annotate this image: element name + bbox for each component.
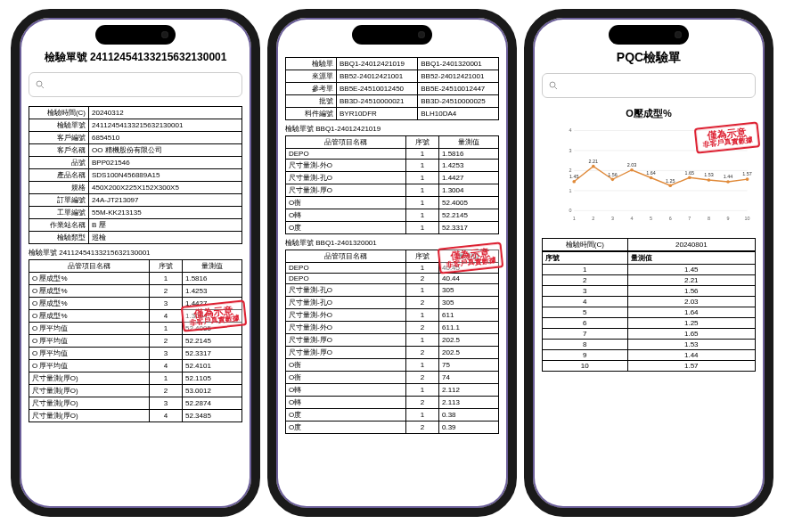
column-header: 序號 (543, 252, 628, 265)
table-row[interactable]: 檢驗單號24112454133215632130001 (29, 119, 242, 132)
table-row[interactable]: 規格450X200X225X152X300X5 (29, 182, 242, 194)
table-row[interactable]: DEPO11.5816 (286, 149, 499, 160)
table-row[interactable]: O衡175 (286, 359, 499, 372)
device-notch (352, 25, 432, 45)
table-row[interactable]: 檢驗單BBQ1-24012421019BBQ1-2401320001 (286, 58, 499, 70)
table-row[interactable]: 尺寸量測-厚O1202.5 (286, 334, 499, 347)
table-row[interactable]: DEPO240.44 (286, 274, 499, 284)
svg-point-34 (668, 184, 672, 187)
search-icon (548, 80, 559, 91)
table-row[interactable]: 尺寸量測-外O1611 (286, 309, 499, 322)
table-row[interactable]: 31.56 (543, 286, 756, 297)
table-row[interactable]: O轉22.113 (286, 397, 499, 409)
column-header: 量測值 (627, 252, 755, 265)
table-row[interactable]: O轉152.2145 (286, 209, 499, 222)
table-row[interactable]: 71.65 (543, 329, 756, 340)
svg-text:2.21: 2.21 (589, 159, 598, 164)
phone-1: 檢驗單號 24112454133215632130001 檢驗時間(C)2024… (11, 9, 260, 517)
table-row[interactable]: 客戶名稱OO 精機股份有限公司 (29, 144, 242, 157)
svg-point-42 (746, 177, 749, 181)
table-row[interactable]: O 厚平均值452.4101 (29, 360, 242, 372)
table-row[interactable]: O 壓成型%21.4253 (29, 285, 242, 298)
table-row[interactable]: O轉12.112 (286, 384, 499, 397)
table-row[interactable]: 批號BB3D-24510000021BB3D-24510000025 (286, 95, 499, 108)
table-row[interactable]: O 厚平均值252.2145 (29, 335, 242, 348)
measurement-table: 品管項目名稱序號量測值O 壓成型%11.5816O 壓成型%21.4253O 壓… (29, 259, 242, 422)
column-header: 量測值 (183, 260, 242, 273)
table-row[interactable]: 尺寸量測(厚O)352.2874 (29, 397, 242, 410)
table-row[interactable]: O衡274 (286, 372, 499, 384)
table-row[interactable]: 尺寸量測-孔O2305 (286, 297, 499, 309)
svg-text:1.57: 1.57 (742, 171, 751, 176)
device-notch (95, 25, 176, 45)
column-header: 品管項目名稱 (286, 136, 406, 149)
table-row[interactable]: 來源單BB52-24012421001BB52-24012421001 (286, 70, 499, 83)
search-input[interactable] (542, 73, 756, 98)
table-row[interactable]: O度20.39 (286, 422, 499, 434)
table-row[interactable]: 尺寸量測-孔O1305 (286, 284, 499, 297)
svg-text:1: 1 (569, 188, 571, 193)
table-row[interactable]: 51.64 (543, 307, 756, 318)
svg-point-38 (708, 178, 711, 182)
svg-text:2: 2 (569, 168, 571, 173)
search-icon (35, 79, 45, 90)
svg-text:2.03: 2.03 (627, 162, 636, 168)
table-row[interactable]: 訂單編號24A-JT213097 (29, 194, 242, 207)
info-table: 檢驗時間(C)20240312檢驗單號241124541332156321300… (29, 106, 242, 244)
table-row[interactable]: 尺寸量測-厚O11.3004 (286, 184, 499, 197)
svg-text:10: 10 (745, 216, 750, 221)
table-row[interactable]: 11.45 (543, 265, 756, 275)
table-row[interactable]: 22.21 (543, 275, 756, 286)
column-header: 量測值 (439, 136, 499, 149)
table-row[interactable]: 參考單BB5E-24510012450BB5E-24510012447 (286, 83, 499, 95)
svg-text:3: 3 (569, 148, 571, 153)
page-title: 檢驗單號 24112454133215632130001 (29, 50, 242, 65)
svg-line-3 (555, 87, 558, 90)
table-row[interactable]: 42.03 (543, 297, 756, 307)
table-row[interactable]: 尺寸量測-孔O11.4427 (286, 172, 499, 184)
table-row[interactable]: 91.44 (543, 350, 756, 361)
search-input[interactable] (29, 72, 242, 97)
table-row[interactable]: 料件編號BYR10DFRBLH10DA4 (286, 108, 499, 120)
svg-text:1.64: 1.64 (646, 170, 655, 176)
table-row[interactable]: 產品名稱SDS100N456889A15 (29, 169, 242, 182)
header-pair-table: 檢驗單BBQ1-24012421019BBQ1-2401320001來源單BB5… (285, 57, 499, 120)
table-row[interactable]: 品號BPP021546 (29, 157, 242, 169)
table-row[interactable]: 尺寸量測-厚O2202.5 (286, 347, 499, 359)
table-row[interactable]: 尺寸量測(厚O)152.1105 (29, 372, 242, 385)
table-row[interactable]: O 壓成型%11.5816 (29, 273, 242, 285)
table-row[interactable]: 101.57 (543, 361, 756, 372)
svg-text:5: 5 (650, 216, 652, 221)
svg-text:6: 6 (669, 216, 672, 221)
table-row[interactable]: 81.53 (543, 340, 756, 350)
table-row[interactable]: 尺寸量測-外O11.4253 (286, 160, 499, 172)
table-row[interactable]: O度10.38 (286, 409, 499, 422)
svg-text:1.56: 1.56 (608, 172, 617, 177)
phone-2: 檢驗單BBQ1-24012421019BBQ1-2401320001來源單BB5… (267, 9, 517, 517)
table-row[interactable]: 尺寸量測-外O2611.1 (286, 322, 499, 334)
svg-point-36 (688, 176, 692, 179)
table-row[interactable]: O衡152.4005 (286, 197, 499, 209)
measurement-table-b: 品管項目名稱序號量測值DEPO140.45DEPO240.44尺寸量測-孔O13… (285, 250, 499, 434)
svg-text:3: 3 (611, 216, 614, 221)
table-row[interactable]: O 厚平均值352.3317 (29, 348, 242, 360)
column-header: 序號 (150, 260, 183, 273)
svg-line-1 (42, 86, 45, 89)
svg-point-28 (611, 177, 615, 181)
table-row[interactable]: O度152.3317 (286, 222, 499, 234)
table-row[interactable]: 尺寸量測(厚O)452.3485 (29, 410, 242, 422)
table-row[interactable]: 作業站名稱B 壓 (29, 219, 242, 232)
svg-text:1.25: 1.25 (666, 178, 675, 184)
table-row[interactable]: 尺寸量測(厚O)253.0012 (29, 385, 242, 397)
table-row[interactable]: 檢驗時間(C)20240801 (543, 239, 756, 251)
svg-text:1.45: 1.45 (569, 174, 578, 179)
page-title: PQC檢驗單 (542, 50, 756, 66)
table-row[interactable]: 檢驗類型巡檢 (29, 232, 242, 244)
chart-title: O壓成型% (542, 107, 756, 120)
table-row[interactable]: 客戶編號6854510 (29, 132, 242, 144)
table-row[interactable]: 工單編號55M-KK213135 (29, 207, 242, 219)
column-header: 品管項目名稱 (29, 260, 150, 273)
section-label-a: 檢驗單號 BBQ1-24012421019 (285, 124, 499, 134)
table-row[interactable]: 檢驗時間(C)20240312 (29, 107, 242, 119)
table-row[interactable]: 61.25 (543, 318, 756, 329)
